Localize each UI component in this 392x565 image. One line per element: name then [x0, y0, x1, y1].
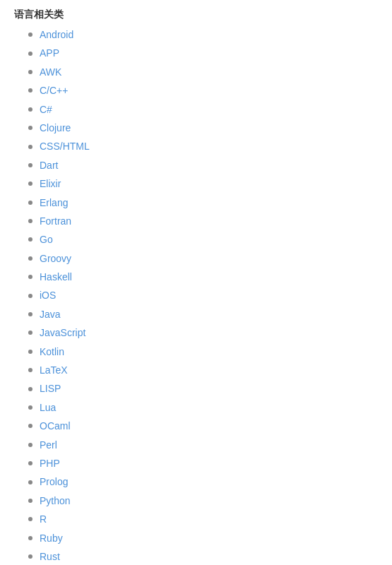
bullet-icon — [28, 554, 32, 559]
list-item[interactable]: LaTeX — [14, 361, 392, 379]
list-item[interactable]: Lua — [14, 398, 392, 417]
list-item[interactable]: AWK — [14, 63, 392, 81]
bullet-icon — [28, 275, 32, 279]
bullet-icon — [28, 88, 32, 93]
list-item[interactable]: iOS — [14, 286, 392, 304]
list-item-link[interactable]: Android — [40, 27, 73, 42]
list-item-link[interactable]: Ruby — [40, 530, 63, 546]
list-item-link[interactable]: C# — [40, 102, 52, 117]
list-item-link[interactable]: Rust — [40, 549, 60, 564]
list-item-link[interactable]: Java — [40, 307, 61, 322]
list-item-link[interactable]: Python — [40, 493, 71, 509]
bullet-icon — [28, 201, 32, 205]
list-item[interactable]: Dart — [14, 156, 392, 174]
list-item[interactable]: PHP — [14, 454, 392, 472]
list-item-link[interactable]: Perl — [40, 437, 57, 453]
bullet-icon — [28, 331, 32, 335]
list-item[interactable]: Fortran — [14, 212, 392, 230]
list-item[interactable]: Java — [14, 305, 392, 323]
bullet-icon — [28, 256, 32, 261]
list-item[interactable]: Go — [14, 230, 392, 249]
list-item-link[interactable]: OCaml — [40, 418, 71, 434]
bullet-icon — [28, 145, 32, 149]
list-item-link[interactable]: CSS/HTML — [40, 138, 90, 154]
bullet-icon — [28, 368, 32, 372]
list-item-link[interactable]: APP — [40, 45, 59, 61]
list-item[interactable]: Android — [14, 25, 392, 44]
list-item[interactable]: Python — [14, 492, 392, 510]
bullet-icon — [28, 294, 32, 298]
bullet-icon — [28, 219, 32, 223]
list-item[interactable]: Rust — [14, 547, 392, 565]
bullet-icon — [28, 461, 32, 465]
list-item-link[interactable]: LaTeX — [40, 362, 68, 378]
list-item-link[interactable]: Kotlin — [40, 344, 64, 359]
list-item-link[interactable]: Prolog — [40, 474, 68, 489]
list-item[interactable]: Haskell — [14, 268, 392, 286]
list-item-link[interactable]: Dart — [40, 157, 58, 173]
list-item[interactable]: OCaml — [14, 417, 392, 435]
bullet-icon — [28, 107, 32, 112]
bullet-icon — [28, 480, 32, 484]
language-list: AndroidAPPAWKC/C++C#ClojureCSS/HTMLDartE… — [0, 25, 392, 565]
language-header: 语言相关类 — [0, 6, 392, 24]
list-item[interactable]: Clojure — [14, 119, 392, 137]
list-item[interactable]: Erlang — [14, 194, 392, 212]
list-item[interactable]: APP — [14, 44, 392, 62]
list-item[interactable]: JavaScript — [14, 323, 392, 342]
bullet-icon — [28, 312, 32, 316]
bullet-icon — [28, 517, 32, 521]
list-item[interactable]: Prolog — [14, 472, 392, 491]
list-item[interactable]: R — [14, 510, 392, 528]
bullet-icon — [28, 443, 32, 447]
bullet-icon — [28, 126, 32, 130]
list-item[interactable]: Kotlin — [14, 343, 392, 361]
list-item-link[interactable]: LISP — [40, 381, 61, 396]
bullet-icon — [28, 32, 32, 37]
list-item-link[interactable]: Lua — [40, 400, 56, 415]
list-item-link[interactable]: Haskell — [40, 269, 72, 285]
list-item-link[interactable]: Fortran — [40, 213, 71, 229]
bullet-icon — [28, 387, 32, 391]
list-item-link[interactable]: C/C++ — [40, 83, 68, 98]
bullet-icon — [28, 52, 32, 56]
list-item-link[interactable]: Elixir — [40, 176, 61, 191]
list-item[interactable]: Elixir — [14, 174, 392, 193]
list-item-link[interactable]: JavaScript — [40, 325, 85, 340]
bullet-icon — [28, 237, 32, 242]
bullet-icon — [28, 350, 32, 354]
bullet-icon — [28, 182, 32, 186]
page-content: 语言相关类 AndroidAPPAWKC/C++C#ClojureCSS/HTM… — [0, 6, 392, 565]
list-item-link[interactable]: iOS — [40, 287, 56, 303]
list-item-link[interactable]: Clojure — [40, 120, 71, 136]
list-item-link[interactable]: PHP — [40, 456, 60, 471]
bullet-icon — [28, 405, 32, 410]
bullet-icon — [28, 499, 32, 503]
list-item-link[interactable]: AWK — [40, 64, 61, 80]
list-item-link[interactable]: R — [40, 511, 47, 527]
list-item[interactable]: Groovy — [14, 249, 392, 268]
bullet-icon — [28, 424, 32, 428]
list-item-link[interactable]: Groovy — [40, 251, 71, 266]
language-section: 语言相关类 AndroidAPPAWKC/C++C#ClojureCSS/HTM… — [0, 6, 392, 565]
list-item[interactable]: C/C++ — [14, 81, 392, 100]
list-item[interactable]: LISP — [14, 379, 392, 398]
list-item[interactable]: Ruby — [14, 529, 392, 547]
bullet-icon — [28, 70, 32, 74]
list-item-link[interactable]: Go — [40, 232, 53, 247]
list-item-link[interactable]: Erlang — [40, 195, 68, 210]
list-item[interactable]: C# — [14, 100, 392, 119]
list-item[interactable]: CSS/HTML — [14, 137, 392, 155]
list-item[interactable]: Perl — [14, 436, 392, 454]
bullet-icon — [28, 536, 32, 540]
bullet-icon — [28, 163, 32, 167]
